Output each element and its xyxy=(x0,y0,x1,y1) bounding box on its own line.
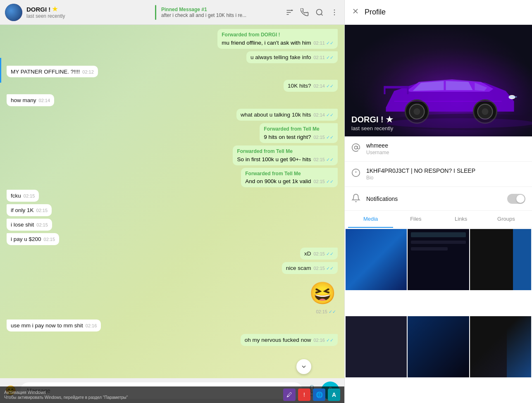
toggle-knob xyxy=(516,195,525,203)
taskbar-a-icon[interactable]: A xyxy=(328,389,340,401)
profile-info: whmeee Username 1KHF4PR0J3CT | NO RESPON… xyxy=(345,136,532,211)
svg-rect-23 xyxy=(509,96,517,98)
table-row: Forwarded from Tell Me So in first 100k … xyxy=(7,145,338,165)
profile-name-overlay: DORGI ! ★ last seen recently xyxy=(351,114,393,131)
media-thumb-6[interactable] xyxy=(470,316,531,377)
table-row: use mm i pay now to mm shit 02:16 xyxy=(7,320,338,331)
forward-label: Forwarded from Tell Me xyxy=(264,126,334,133)
svg-rect-26 xyxy=(407,86,409,94)
call-icon[interactable] xyxy=(300,7,310,17)
bio-row: 1KHF4PR0J3CT | NO RESPON? I SLEEP Bio xyxy=(345,162,532,187)
media-tabs: Media Files Links Groups xyxy=(345,211,532,228)
table-row: i pay u $200 02:15 xyxy=(7,233,338,245)
header-icons xyxy=(285,7,339,17)
table-row: 10K hits? 02:14 ✓✓ xyxy=(7,80,338,92)
tab-files[interactable]: Files xyxy=(393,211,438,228)
profile-panel-content: whmeee Username 1KHF4PR0J3CT | NO RESPON… xyxy=(345,136,532,403)
contact-name: DORGI ! ★ xyxy=(26,5,150,13)
username-content: whmeee Username xyxy=(366,142,525,155)
media-grid xyxy=(345,228,532,403)
table-row: Forwarded from DORGI ! mu friend offline… xyxy=(7,29,338,49)
svg-rect-24 xyxy=(384,86,409,88)
svg-point-28 xyxy=(354,146,357,149)
taskbar-pen-icon[interactable]: 🖊 xyxy=(283,389,296,401)
avatar[interactable] xyxy=(5,4,22,21)
search-icon[interactable] xyxy=(315,7,324,17)
table-row: i lose shit 02:15 xyxy=(7,219,338,231)
table-row: u always telling fake info 02:11 ✓✓ xyxy=(7,51,338,63)
divider xyxy=(155,5,156,20)
table-row: how many 02:14 xyxy=(7,94,338,106)
profile-overlay-name: DORGI ! ★ xyxy=(351,114,393,124)
windows-activation-text: Активация Windows Чтобы активировать Win… xyxy=(4,390,283,400)
contact-info: DORGI ! ★ last seen recently xyxy=(26,5,150,19)
table-row: Forwarded from Tell Me And on 900k u get… xyxy=(7,168,338,188)
media-thumb-1[interactable] xyxy=(346,229,407,290)
chat-panel: DORGI ! ★ last seen recently Pinned Mess… xyxy=(0,0,344,403)
messages-area[interactable]: Forwarded from DORGI ! mu friend offline… xyxy=(0,25,344,378)
bell-icon xyxy=(351,193,360,205)
media-thumb-2[interactable] xyxy=(408,229,469,290)
notifications-row: Notifications xyxy=(345,187,532,211)
contact-status: last seen recently xyxy=(26,13,150,19)
more-icon[interactable] xyxy=(329,7,339,17)
chat-header: DORGI ! ★ last seen recently Pinned Mess… xyxy=(0,0,344,25)
tab-groups[interactable]: Groups xyxy=(484,211,529,228)
svg-point-27 xyxy=(386,118,532,128)
table-row: what about u talking 10k hits 02:14 ✓✓ xyxy=(7,109,338,121)
table-row: xD 02:15 ✓✓ xyxy=(7,248,338,260)
profile-header: Profile xyxy=(345,0,532,25)
svg-point-8 xyxy=(334,14,335,15)
pinned-title: Pinned Message #1 xyxy=(161,7,285,12)
media-thumb-4[interactable] xyxy=(346,316,407,377)
profile-title: Profile xyxy=(365,8,386,17)
scroll-down-button[interactable] xyxy=(296,359,311,374)
table-row: 😆 02:15 ✓✓ xyxy=(7,277,338,317)
svg-point-7 xyxy=(334,12,335,13)
table-row: if only 1K 02:15 xyxy=(7,204,338,216)
tab-links[interactable]: Links xyxy=(439,211,484,228)
table-row: Forwarded from Tell Me 9 hits on test ri… xyxy=(7,123,338,143)
svg-point-21 xyxy=(482,108,489,115)
taskbar-icons: 🖊 ! 🌐 A xyxy=(283,389,340,401)
profile-photo: DORGI ! ★ last seen recently xyxy=(345,25,532,136)
svg-point-3 xyxy=(291,10,292,11)
bio-value: 1KHF4PR0J3CT | NO RESPON? I SLEEP xyxy=(366,167,525,174)
forward-label: Forwarded from DORGI ! xyxy=(222,31,334,38)
media-thumb-3[interactable] xyxy=(470,229,531,290)
svg-point-4 xyxy=(317,9,322,14)
notifications-toggle[interactable] xyxy=(507,194,525,204)
forward-label: Forwarded from Tell Me xyxy=(245,170,334,177)
windows-activation-bar: Активация Windows Чтобы активировать Win… xyxy=(0,386,344,403)
username-value: whmeee xyxy=(366,142,525,149)
table-row: MY PATNER OFFLINE. ?!!!! 02:12 xyxy=(7,66,338,78)
forward-label: Forwarded from Tell Me xyxy=(237,148,334,155)
bio-label: Bio xyxy=(366,175,525,181)
pinned-text: after i check all and i get 10K hits i r… xyxy=(161,12,277,18)
taskbar-alert-icon[interactable]: ! xyxy=(298,389,310,401)
info-icon xyxy=(351,168,360,179)
tab-media[interactable]: Media xyxy=(348,211,393,228)
media-thumb-5[interactable] xyxy=(408,316,469,377)
notifications-content: Notifications xyxy=(366,196,501,202)
username-row: whmeee Username xyxy=(345,136,532,162)
svg-point-6 xyxy=(334,9,335,10)
bio-content: 1KHF4PR0J3CT | NO RESPON? I SLEEP Bio xyxy=(366,167,525,181)
notifications-label: Notifications xyxy=(366,196,501,202)
pinned-message[interactable]: Pinned Message #1 after i check all and … xyxy=(161,7,285,18)
profile-panel: Profile xyxy=(344,0,532,403)
profile-overlay-status: last seen recently xyxy=(351,125,393,131)
at-icon xyxy=(351,143,360,154)
svg-line-5 xyxy=(321,14,323,15)
filter-icon[interactable] xyxy=(285,7,295,17)
close-button[interactable] xyxy=(351,7,360,17)
table-row: oh my nervous fucked now 02:16 ✓✓ xyxy=(7,334,338,346)
star-icon: ★ xyxy=(52,5,57,13)
username-label: Username xyxy=(366,150,525,155)
table-row: nice scam 02:15 ✓✓ xyxy=(7,262,338,274)
table-row: fcku 02:15 xyxy=(7,190,338,202)
svg-rect-25 xyxy=(384,86,386,94)
taskbar-globe-icon[interactable]: 🌐 xyxy=(313,389,325,401)
svg-point-18 xyxy=(414,108,420,115)
